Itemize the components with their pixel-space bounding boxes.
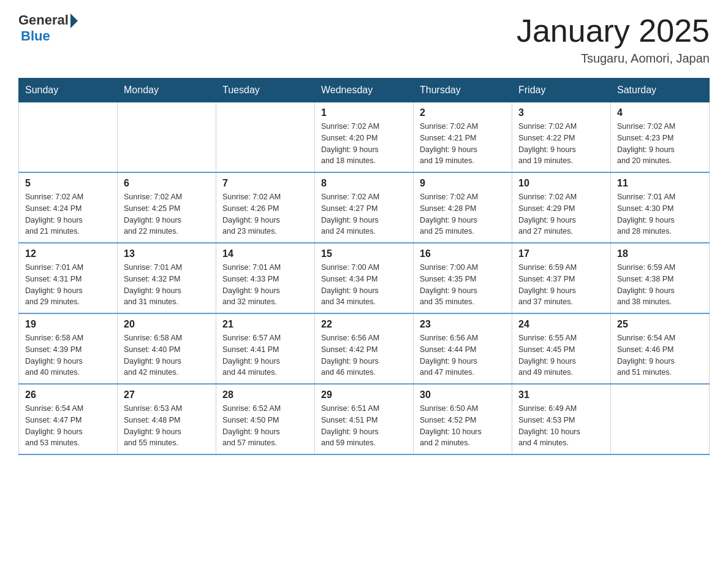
calendar-cell: 30Sunrise: 6:50 AM Sunset: 4:52 PM Dayli… xyxy=(414,384,512,454)
day-number: 24 xyxy=(518,319,604,330)
page-header: General Blue January 2025 Tsugaru, Aomor… xyxy=(18,12,710,66)
logo-blue-text: Blue xyxy=(21,28,50,44)
day-info: Sunrise: 6:55 AM Sunset: 4:45 PM Dayligh… xyxy=(518,332,604,378)
day-number: 1 xyxy=(321,107,407,118)
day-info: Sunrise: 7:01 AM Sunset: 4:33 PM Dayligh… xyxy=(222,262,308,308)
day-number: 2 xyxy=(420,107,506,118)
calendar-cell: 12Sunrise: 7:01 AM Sunset: 4:31 PM Dayli… xyxy=(19,243,118,313)
calendar-table: SundayMondayTuesdayWednesdayThursdayFrid… xyxy=(18,78,710,455)
calendar-cell: 22Sunrise: 6:56 AM Sunset: 4:42 PM Dayli… xyxy=(315,313,414,384)
day-info: Sunrise: 7:00 AM Sunset: 4:35 PM Dayligh… xyxy=(420,262,506,308)
day-info: Sunrise: 7:01 AM Sunset: 4:32 PM Dayligh… xyxy=(124,262,210,308)
day-number: 9 xyxy=(420,178,506,189)
day-number: 26 xyxy=(25,389,111,400)
day-info: Sunrise: 6:57 AM Sunset: 4:41 PM Dayligh… xyxy=(222,332,308,378)
day-info: Sunrise: 7:02 AM Sunset: 4:29 PM Dayligh… xyxy=(518,191,604,237)
day-of-week-header: Friday xyxy=(512,79,611,102)
calendar-cell: 15Sunrise: 7:00 AM Sunset: 4:34 PM Dayli… xyxy=(315,243,414,313)
day-of-week-header: Thursday xyxy=(414,79,512,102)
calendar-cell: 18Sunrise: 6:59 AM Sunset: 4:38 PM Dayli… xyxy=(611,243,710,313)
day-number: 23 xyxy=(420,319,506,330)
day-info: Sunrise: 7:02 AM Sunset: 4:21 PM Dayligh… xyxy=(420,121,506,167)
day-info: Sunrise: 6:56 AM Sunset: 4:42 PM Dayligh… xyxy=(321,332,407,378)
calendar-cell xyxy=(118,102,216,173)
day-number: 31 xyxy=(518,389,604,400)
day-info: Sunrise: 6:59 AM Sunset: 4:38 PM Dayligh… xyxy=(617,262,703,308)
day-info: Sunrise: 7:02 AM Sunset: 4:25 PM Dayligh… xyxy=(124,191,210,237)
day-number: 7 xyxy=(222,178,308,189)
calendar-week-row: 5Sunrise: 7:02 AM Sunset: 4:24 PM Daylig… xyxy=(19,172,710,243)
calendar-cell: 29Sunrise: 6:51 AM Sunset: 4:51 PM Dayli… xyxy=(315,384,414,454)
day-info: Sunrise: 7:02 AM Sunset: 4:24 PM Dayligh… xyxy=(25,191,111,237)
day-info: Sunrise: 6:53 AM Sunset: 4:48 PM Dayligh… xyxy=(124,403,210,449)
day-number: 28 xyxy=(222,389,308,400)
calendar-cell: 14Sunrise: 7:01 AM Sunset: 4:33 PM Dayli… xyxy=(216,243,315,313)
day-number: 29 xyxy=(321,389,407,400)
day-info: Sunrise: 7:00 AM Sunset: 4:34 PM Dayligh… xyxy=(321,262,407,308)
day-info: Sunrise: 6:52 AM Sunset: 4:50 PM Dayligh… xyxy=(222,403,308,449)
day-info: Sunrise: 6:54 AM Sunset: 4:47 PM Dayligh… xyxy=(25,403,111,449)
calendar-cell: 3Sunrise: 7:02 AM Sunset: 4:22 PM Daylig… xyxy=(512,102,611,173)
day-info: Sunrise: 7:02 AM Sunset: 4:23 PM Dayligh… xyxy=(617,121,703,167)
days-of-week-row: SundayMondayTuesdayWednesdayThursdayFrid… xyxy=(19,79,710,102)
day-number: 3 xyxy=(518,107,604,118)
calendar-cell: 8Sunrise: 7:02 AM Sunset: 4:27 PM Daylig… xyxy=(315,172,414,243)
day-of-week-header: Tuesday xyxy=(216,79,315,102)
day-info: Sunrise: 7:01 AM Sunset: 4:30 PM Dayligh… xyxy=(617,191,703,237)
day-info: Sunrise: 6:58 AM Sunset: 4:40 PM Dayligh… xyxy=(124,332,210,378)
calendar-cell: 26Sunrise: 6:54 AM Sunset: 4:47 PM Dayli… xyxy=(19,384,118,454)
day-info: Sunrise: 6:58 AM Sunset: 4:39 PM Dayligh… xyxy=(25,332,111,378)
day-number: 21 xyxy=(222,319,308,330)
day-info: Sunrise: 6:50 AM Sunset: 4:52 PM Dayligh… xyxy=(420,403,506,449)
calendar-cell: 28Sunrise: 6:52 AM Sunset: 4:50 PM Dayli… xyxy=(216,384,315,454)
calendar-cell: 7Sunrise: 7:02 AM Sunset: 4:26 PM Daylig… xyxy=(216,172,315,243)
title-section: January 2025 Tsugaru, Aomori, Japan xyxy=(517,12,710,66)
day-number: 30 xyxy=(420,389,506,400)
calendar-cell xyxy=(19,102,118,173)
calendar-cell: 21Sunrise: 6:57 AM Sunset: 4:41 PM Dayli… xyxy=(216,313,315,384)
day-number: 16 xyxy=(420,248,506,259)
day-info: Sunrise: 6:59 AM Sunset: 4:37 PM Dayligh… xyxy=(518,262,604,308)
day-info: Sunrise: 6:54 AM Sunset: 4:46 PM Dayligh… xyxy=(617,332,703,378)
calendar-cell: 19Sunrise: 6:58 AM Sunset: 4:39 PM Dayli… xyxy=(19,313,118,384)
calendar-cell: 24Sunrise: 6:55 AM Sunset: 4:45 PM Dayli… xyxy=(512,313,611,384)
calendar-body: 1Sunrise: 7:02 AM Sunset: 4:20 PM Daylig… xyxy=(19,102,710,455)
day-number: 17 xyxy=(518,248,604,259)
logo: General Blue xyxy=(18,12,78,44)
calendar-cell: 2Sunrise: 7:02 AM Sunset: 4:21 PM Daylig… xyxy=(414,102,512,173)
day-number: 22 xyxy=(321,319,407,330)
day-number: 25 xyxy=(617,319,703,330)
calendar-cell: 4Sunrise: 7:02 AM Sunset: 4:23 PM Daylig… xyxy=(611,102,710,173)
day-number: 20 xyxy=(124,319,210,330)
day-of-week-header: Monday xyxy=(118,79,216,102)
day-number: 5 xyxy=(25,178,111,189)
calendar-week-row: 1Sunrise: 7:02 AM Sunset: 4:20 PM Daylig… xyxy=(19,102,710,173)
day-number: 13 xyxy=(124,248,210,259)
calendar-cell xyxy=(611,384,710,454)
day-info: Sunrise: 7:02 AM Sunset: 4:26 PM Dayligh… xyxy=(222,191,308,237)
day-number: 8 xyxy=(321,178,407,189)
calendar-cell: 5Sunrise: 7:02 AM Sunset: 4:24 PM Daylig… xyxy=(19,172,118,243)
calendar-cell: 17Sunrise: 6:59 AM Sunset: 4:37 PM Dayli… xyxy=(512,243,611,313)
day-number: 18 xyxy=(617,248,703,259)
day-number: 6 xyxy=(124,178,210,189)
calendar-cell: 13Sunrise: 7:01 AM Sunset: 4:32 PM Dayli… xyxy=(118,243,216,313)
day-info: Sunrise: 7:02 AM Sunset: 4:27 PM Dayligh… xyxy=(321,191,407,237)
day-of-week-header: Sunday xyxy=(19,79,118,102)
calendar-cell: 27Sunrise: 6:53 AM Sunset: 4:48 PM Dayli… xyxy=(118,384,216,454)
day-info: Sunrise: 7:02 AM Sunset: 4:28 PM Dayligh… xyxy=(420,191,506,237)
day-info: Sunrise: 6:51 AM Sunset: 4:51 PM Dayligh… xyxy=(321,403,407,449)
calendar-cell: 6Sunrise: 7:02 AM Sunset: 4:25 PM Daylig… xyxy=(118,172,216,243)
calendar-subtitle: Tsugaru, Aomori, Japan xyxy=(517,52,710,66)
day-info: Sunrise: 6:56 AM Sunset: 4:44 PM Dayligh… xyxy=(420,332,506,378)
calendar-cell: 20Sunrise: 6:58 AM Sunset: 4:40 PM Dayli… xyxy=(118,313,216,384)
calendar-cell: 31Sunrise: 6:49 AM Sunset: 4:53 PM Dayli… xyxy=(512,384,611,454)
calendar-cell: 1Sunrise: 7:02 AM Sunset: 4:20 PM Daylig… xyxy=(315,102,414,173)
day-number: 27 xyxy=(124,389,210,400)
calendar-header: SundayMondayTuesdayWednesdayThursdayFrid… xyxy=(19,79,710,102)
calendar-cell: 25Sunrise: 6:54 AM Sunset: 4:46 PM Dayli… xyxy=(611,313,710,384)
day-info: Sunrise: 7:02 AM Sunset: 4:22 PM Dayligh… xyxy=(518,121,604,167)
day-number: 15 xyxy=(321,248,407,259)
calendar-week-row: 19Sunrise: 6:58 AM Sunset: 4:39 PM Dayli… xyxy=(19,313,710,384)
day-info: Sunrise: 7:01 AM Sunset: 4:31 PM Dayligh… xyxy=(25,262,111,308)
